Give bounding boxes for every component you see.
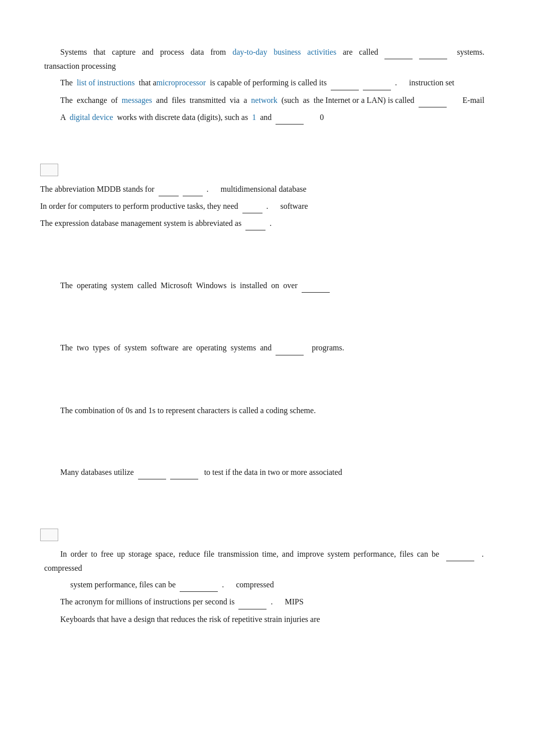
answer-2: instruction set <box>409 78 454 87</box>
blank-10 <box>245 216 265 230</box>
blank-4 <box>363 76 391 90</box>
blank-17 <box>238 595 266 609</box>
paragraph-8: The operating system called Microsoft Wi… <box>40 279 493 293</box>
paragraph-7: The expression database management syste… <box>40 216 493 230</box>
paragraph-11: Many databases utilize to test if the da… <box>40 465 493 479</box>
paragraph-10: The combination of 0s and 1s to represen… <box>40 404 493 417</box>
section-6: Many databases utilize to test if the da… <box>40 460 493 487</box>
link-one[interactable]: 1 <box>252 113 256 121</box>
answer-5: multidimensional database <box>221 185 307 193</box>
blank-8 <box>183 182 203 196</box>
answer-6: software <box>281 202 308 210</box>
paragraph-15: Keyboards that have a design that reduce… <box>40 612 493 626</box>
paragraph-1: Systems that capture and process data fr… <box>40 45 493 73</box>
answer-9: MIPS <box>285 597 303 606</box>
blank-1 <box>384 45 413 59</box>
answer-3: E-mail <box>463 96 485 104</box>
paragraph-4: A digital device works with discrete dat… <box>40 110 493 124</box>
blank-3 <box>331 76 359 90</box>
blank-6 <box>276 110 304 124</box>
small-box-2 <box>40 529 58 541</box>
paragraph-9: The two types of system software are ope… <box>40 341 493 355</box>
page-content: Systems that capture and process data fr… <box>40 40 493 634</box>
answer-7: compressed <box>44 564 82 572</box>
section-3: The operating system called Microsoft Wi… <box>40 274 493 301</box>
paragraph-3: The exchange of messages and files trans… <box>40 93 493 107</box>
blank-14 <box>170 465 198 479</box>
blank-2 <box>419 45 447 59</box>
blank-15 <box>446 547 474 561</box>
section-5: The combination of 0s and 1s to represen… <box>40 399 493 425</box>
blank-13 <box>138 465 166 479</box>
blank-7 <box>159 182 179 196</box>
blank-12 <box>276 341 304 355</box>
link-digital-device[interactable]: digital device <box>70 113 113 121</box>
answer-4: 0 <box>320 113 324 121</box>
blank-16 <box>180 578 218 592</box>
blank-11 <box>302 279 330 293</box>
paragraph-2: The list of instructions that amicroproc… <box>40 76 493 90</box>
paragraph-5: The abbreviation MDDB stands for . multi… <box>40 182 493 196</box>
paragraph-12: In order to free up storage space, reduc… <box>40 547 493 575</box>
blank-5 <box>419 93 447 107</box>
section-1: Systems that capture and process data fr… <box>40 40 493 133</box>
answer-1: transaction processing <box>44 62 116 70</box>
blank-9 <box>242 199 262 213</box>
link-network[interactable]: network <box>251 96 277 104</box>
link-day-to-day[interactable]: day-to-day business activities <box>232 48 336 56</box>
section-7: In order to free up storage space, reduc… <box>40 523 493 634</box>
paragraph-14: The acronym for millions of instructions… <box>40 595 493 609</box>
link-messages[interactable]: messages <box>122 96 152 104</box>
link-list-instructions[interactable]: list of instructions <box>77 78 135 87</box>
answer-8: compressed <box>236 580 274 589</box>
link-microprocessor[interactable]: microprocessor <box>157 78 206 87</box>
small-box-1 <box>40 164 58 176</box>
section-4: The two types of system software are ope… <box>40 336 493 363</box>
paragraph-6: In order for computers to perform produc… <box>40 199 493 213</box>
paragraph-13: system performance, files can be . compr… <box>40 578 493 592</box>
section-2: The abbreviation MDDB stands for . multi… <box>40 158 493 238</box>
